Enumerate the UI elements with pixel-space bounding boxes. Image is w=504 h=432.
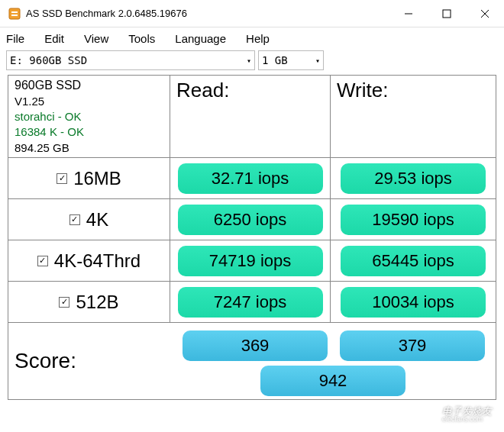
test-label: 512B [76, 292, 118, 313]
maximize-icon [442, 9, 451, 18]
chevron-down-icon: ▾ [247, 56, 254, 65]
write-value: 29.53 iops [341, 163, 486, 194]
svg-rect-0 [9, 8, 20, 19]
score-label: Score: [15, 349, 164, 373]
test-checkbox-512b[interactable]: ✓ [59, 297, 69, 308]
read-value: 74719 iops [178, 246, 323, 276]
test-label: 4K [86, 209, 108, 231]
test-checkbox-4k[interactable]: ✓ [69, 214, 80, 225]
window-controls [389, 0, 504, 27]
svg-point-8 [426, 413, 429, 416]
size-select-value: 1 GB [262, 54, 288, 66]
menu-tools[interactable]: Tools [128, 32, 155, 45]
chevron-down-icon: ▾ [315, 56, 323, 65]
read-value: 6250 iops [178, 205, 323, 235]
svg-rect-1 [11, 11, 18, 13]
header-row: 960GB SSD V1.25 storahci - OK 16384 K - … [8, 76, 496, 158]
minimize-icon [404, 9, 413, 18]
close-icon [480, 9, 489, 18]
test-checkbox-4k64[interactable]: ✓ [37, 256, 48, 266]
menu-help[interactable]: Help [246, 32, 270, 45]
drive-capacity: 894.25 GB [15, 140, 163, 156]
menubar: File Edit View Tools Language Help [0, 27, 504, 49]
table-row: ✓ 4K 6250 iops 19590 iops [8, 199, 496, 240]
titlebar: AS SSD Benchmark 2.0.6485.19676 [0, 0, 504, 27]
drive-version: V1.25 [15, 94, 163, 109]
read-value: 32.71 iops [178, 163, 323, 194]
alignment-status: 16384 K - OK [15, 124, 163, 140]
window-title: AS SSD Benchmark 2.0.6485.19676 [26, 8, 187, 19]
minimize-button[interactable] [389, 0, 428, 27]
drive-toolbar: E: 960GB SSD ▾ 1 GB ▾ [0, 49, 504, 72]
controller-status: storahci - OK [15, 109, 163, 124]
score-total: 942 [260, 366, 405, 396]
score-read: 369 [183, 330, 328, 361]
svg-rect-4 [443, 10, 451, 18]
menu-view[interactable]: View [84, 32, 108, 45]
read-header: Read: [176, 79, 229, 102]
app-icon [8, 7, 21, 21]
test-label: 16MB [73, 168, 121, 189]
drive-select-value: E: 960GB SSD [10, 54, 87, 66]
close-button[interactable] [466, 0, 504, 27]
menu-file[interactable]: File [6, 32, 24, 45]
test-label: 4K-64Thrd [54, 250, 141, 272]
results-table: 960GB SSD V1.25 storahci - OK 16384 K - … [8, 75, 496, 400]
write-value: 10034 iops [341, 287, 486, 318]
watermark: 电子发烧友 elecfans.com [418, 405, 492, 424]
score-row: Score: 369 379 942 [8, 323, 496, 399]
size-select[interactable]: 1 GB ▾ [258, 50, 324, 70]
test-checkbox-16mb[interactable]: ✓ [57, 173, 67, 184]
menu-language[interactable]: Language [175, 32, 226, 45]
write-value: 65445 iops [341, 246, 486, 276]
watermark-site: elecfans.com [442, 416, 492, 423]
maximize-button[interactable] [428, 0, 466, 27]
watermark-icon [418, 405, 438, 424]
table-row: ✓ 16MB 32.71 iops 29.53 iops [8, 158, 496, 199]
write-value: 19590 iops [341, 205, 486, 235]
svg-rect-2 [11, 15, 18, 16]
read-value: 7247 iops [178, 287, 323, 318]
table-row: ✓ 512B 7247 iops 10034 iops [8, 282, 496, 323]
table-row: ✓ 4K-64Thrd 74719 iops 65445 iops [8, 240, 496, 282]
drive-info-cell: 960GB SSD V1.25 storahci - OK 16384 K - … [8, 76, 170, 157]
write-header: Write: [337, 79, 388, 102]
drive-name: 960GB SSD [15, 77, 163, 94]
score-write: 379 [340, 330, 485, 361]
menu-edit[interactable]: Edit [44, 32, 64, 45]
drive-select[interactable]: E: 960GB SSD ▾ [6, 50, 255, 70]
